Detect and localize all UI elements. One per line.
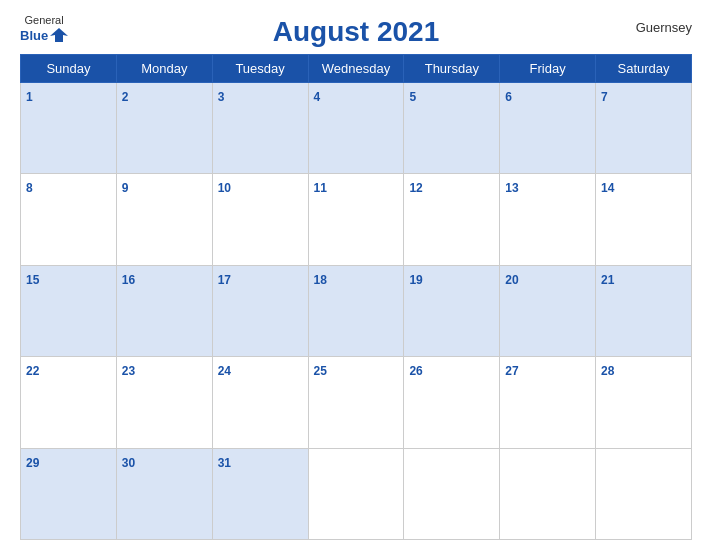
logo-general: General <box>25 14 64 26</box>
day-13: 13 <box>500 174 596 265</box>
header-tuesday: Tuesday <box>212 55 308 83</box>
day-7: 7 <box>596 83 692 174</box>
day-25: 25 <box>308 357 404 448</box>
day-16: 16 <box>116 265 212 356</box>
header-monday: Monday <box>116 55 212 83</box>
day-30: 30 <box>116 448 212 539</box>
day-18: 18 <box>308 265 404 356</box>
day-8: 8 <box>21 174 117 265</box>
day-10: 10 <box>212 174 308 265</box>
day-empty-3 <box>500 448 596 539</box>
day-29: 29 <box>21 448 117 539</box>
day-empty-2 <box>404 448 500 539</box>
day-4: 4 <box>308 83 404 174</box>
day-28: 28 <box>596 357 692 448</box>
day-3: 3 <box>212 83 308 174</box>
calendar-header: General Blue August 2021 Guernsey <box>20 10 692 48</box>
month-title: August 2021 <box>273 16 440 48</box>
day-31: 31 <box>212 448 308 539</box>
header-sunday: Sunday <box>21 55 117 83</box>
header-saturday: Saturday <box>596 55 692 83</box>
day-23: 23 <box>116 357 212 448</box>
country-label: Guernsey <box>636 20 692 35</box>
day-27: 27 <box>500 357 596 448</box>
week-row-4: 22 23 24 25 26 27 28 <box>21 357 692 448</box>
day-26: 26 <box>404 357 500 448</box>
day-9: 9 <box>116 174 212 265</box>
week-row-2: 8 9 10 11 12 13 14 <box>21 174 692 265</box>
day-15: 15 <box>21 265 117 356</box>
day-empty-1 <box>308 448 404 539</box>
day-20: 20 <box>500 265 596 356</box>
header-wednesday: Wednesday <box>308 55 404 83</box>
day-17: 17 <box>212 265 308 356</box>
header-friday: Friday <box>500 55 596 83</box>
logo: General Blue <box>20 14 68 44</box>
day-22: 22 <box>21 357 117 448</box>
day-21: 21 <box>596 265 692 356</box>
week-row-1: 1 2 3 4 5 6 7 <box>21 83 692 174</box>
day-11: 11 <box>308 174 404 265</box>
day-19: 19 <box>404 265 500 356</box>
header-thursday: Thursday <box>404 55 500 83</box>
logo-bird-icon <box>50 26 68 44</box>
week-row-3: 15 16 17 18 19 20 21 <box>21 265 692 356</box>
calendar-table: Sunday Monday Tuesday Wednesday Thursday… <box>20 54 692 540</box>
day-empty-4 <box>596 448 692 539</box>
day-6: 6 <box>500 83 596 174</box>
day-2: 2 <box>116 83 212 174</box>
day-5: 5 <box>404 83 500 174</box>
week-row-5: 29 30 31 <box>21 448 692 539</box>
day-1: 1 <box>21 83 117 174</box>
svg-marker-0 <box>50 28 68 42</box>
logo-blue: Blue <box>20 28 48 43</box>
day-12: 12 <box>404 174 500 265</box>
day-14: 14 <box>596 174 692 265</box>
day-24: 24 <box>212 357 308 448</box>
weekday-header-row: Sunday Monday Tuesday Wednesday Thursday… <box>21 55 692 83</box>
